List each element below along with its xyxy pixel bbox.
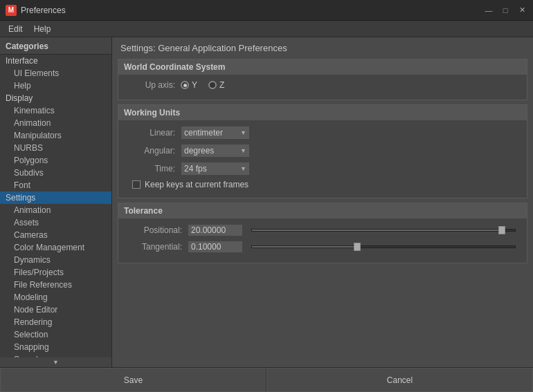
sidebar-item-kinematics[interactable]: Kinematics	[0, 104, 111, 117]
tangential-slider-thumb[interactable]	[354, 243, 361, 251]
tangential-slider-track[interactable]	[251, 245, 516, 248]
save-button[interactable]: Save	[0, 368, 266, 392]
angular-dropdown[interactable]: degrees ▼	[181, 144, 250, 158]
cancel-button[interactable]: Cancel	[266, 368, 533, 392]
angular-dropdown-arrow: ▼	[240, 147, 246, 154]
radio-y-label: Y	[192, 80, 197, 90]
angular-label: Angular:	[127, 146, 175, 156]
world-coordinate-header: World Coordinate System	[118, 59, 527, 75]
tolerance-body: Positional: Tangential:	[118, 218, 527, 263]
sidebar-scroll-down[interactable]: ▼	[0, 357, 111, 367]
world-coordinate-body: Up axis: Y Z	[118, 75, 527, 100]
positional-slider-thumb[interactable]	[498, 226, 505, 234]
time-dropdown-arrow: ▼	[240, 165, 246, 172]
up-axis-radio-group: Y Z	[181, 80, 224, 90]
sidebar-item-interface[interactable]: Interface	[0, 55, 111, 67]
time-row: Time: 24 fps ▼	[127, 162, 518, 176]
tangential-row: Tangential:	[127, 241, 518, 253]
menu-edit[interactable]: Edit	[3, 23, 28, 35]
angular-value: degrees	[184, 146, 237, 156]
positional-label: Positional:	[127, 225, 182, 235]
time-label: Time:	[127, 164, 175, 174]
time-dropdown[interactable]: 24 fps ▼	[181, 162, 250, 176]
sidebar-list: Interface UI Elements Help Display Kinem…	[0, 55, 111, 357]
maximize-button[interactable]: □	[500, 5, 511, 16]
sidebar-item-cameras[interactable]: Cameras	[0, 229, 111, 241]
content-header: Settings: General Application Preference…	[112, 37, 533, 59]
sidebar-item-settings[interactable]: Settings	[0, 192, 111, 204]
up-axis-label: Up axis:	[127, 80, 175, 90]
time-value: 24 fps	[184, 164, 237, 174]
sidebar-item-polygons[interactable]: Polygons	[0, 154, 111, 167]
sidebar-item-font[interactable]: Font	[0, 179, 111, 192]
up-axis-row: Up axis: Y Z	[127, 80, 518, 90]
sidebar-item-ui-elements[interactable]: UI Elements	[0, 67, 111, 80]
working-units-body: Linear: centimeter ▼ Angular: degrees ▼ …	[118, 120, 527, 198]
sidebar-item-animation-display[interactable]: Animation	[0, 117, 111, 129]
tolerance-header: Tolerance	[118, 203, 527, 218]
radio-y-circle[interactable]	[181, 81, 189, 89]
main-layout: Categories Interface UI Elements Help Di…	[0, 37, 533, 367]
sidebar-item-subdivs[interactable]: Subdivs	[0, 167, 111, 179]
radio-y[interactable]: Y	[181, 80, 197, 90]
sidebar-item-rendering[interactable]: Rendering	[0, 316, 111, 328]
radio-z-circle[interactable]	[208, 81, 217, 89]
tangential-label: Tangential:	[127, 242, 182, 252]
sidebar-item-manipulators[interactable]: Manipulators	[0, 129, 111, 142]
sidebar-item-snapping[interactable]: Snapping	[0, 341, 111, 353]
angular-row: Angular: degrees ▼	[127, 144, 518, 158]
sidebar-item-node-editor[interactable]: Node Editor	[0, 304, 111, 316]
linear-value: centimeter	[184, 128, 237, 138]
sidebar-item-nurbs[interactable]: NURBS	[0, 142, 111, 154]
sidebar-header: Categories	[0, 37, 111, 55]
sidebar-item-help[interactable]: Help	[0, 80, 111, 92]
minimize-button[interactable]: —	[483, 5, 494, 16]
working-units-header: Working Units	[118, 105, 527, 120]
sidebar-item-modeling[interactable]: Modeling	[0, 291, 111, 304]
tolerance-section: Tolerance Positional: Tangential:	[118, 203, 527, 263]
positional-slider-fill	[252, 230, 502, 231]
bottom-bar: Save Cancel	[0, 367, 533, 392]
content-area: Settings: General Application Preference…	[112, 37, 533, 367]
keep-keys-checkbox[interactable]	[132, 180, 141, 189]
tangential-slider-fill	[252, 246, 357, 248]
sidebar-item-file-references[interactable]: File References	[0, 279, 111, 291]
sidebar-item-color-management[interactable]: Color Management	[0, 241, 111, 254]
menu-bar: Edit Help	[0, 21, 533, 37]
app-icon: M	[6, 5, 17, 16]
radio-z[interactable]: Z	[208, 80, 224, 90]
working-units-section: Working Units Linear: centimeter ▼ Angul…	[118, 104, 527, 198]
keep-keys-label: Keep keys at current frames	[145, 180, 249, 189]
linear-dropdown-arrow: ▼	[240, 129, 246, 136]
sidebar-item-assets[interactable]: Assets	[0, 216, 111, 229]
tangential-input[interactable]	[188, 241, 243, 253]
close-button[interactable]: ✕	[516, 5, 527, 16]
linear-row: Linear: centimeter ▼	[127, 126, 518, 140]
sidebar-item-selection[interactable]: Selection	[0, 328, 111, 341]
radio-z-label: Z	[219, 80, 224, 90]
positional-slider-track[interactable]	[251, 229, 516, 232]
sidebar-item-files-projects[interactable]: Files/Projects	[0, 266, 111, 279]
menu-help[interactable]: Help	[28, 23, 57, 35]
keep-keys-row: Keep keys at current frames	[132, 180, 518, 189]
world-coordinate-section: World Coordinate System Up axis: Y Z	[118, 59, 527, 100]
sidebar-item-display[interactable]: Display	[0, 92, 111, 104]
sidebar-item-animation[interactable]: Animation	[0, 204, 111, 216]
window-controls: — □ ✕	[483, 5, 527, 16]
sidebar: Categories Interface UI Elements Help Di…	[0, 37, 112, 367]
positional-row: Positional:	[127, 224, 518, 236]
window-title: Preferences	[21, 6, 483, 15]
linear-label: Linear:	[127, 128, 175, 138]
sidebar-item-dynamics[interactable]: Dynamics	[0, 254, 111, 266]
positional-input[interactable]	[188, 224, 243, 236]
linear-dropdown[interactable]: centimeter ▼	[181, 126, 250, 140]
title-bar: M Preferences — □ ✕	[0, 0, 533, 21]
